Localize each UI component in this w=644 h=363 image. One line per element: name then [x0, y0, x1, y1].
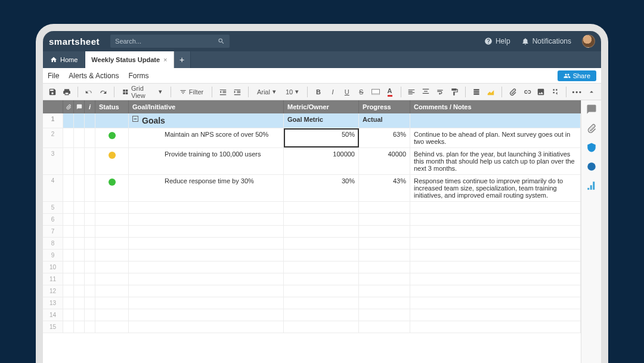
view-mode-dropdown[interactable]: Grid View ▾: [119, 85, 165, 99]
row-number[interactable]: 7: [43, 226, 63, 237]
attachments-rail-icon[interactable]: [586, 123, 597, 134]
collapse-toolbar-button[interactable]: [586, 85, 597, 99]
row-number[interactable]: 2: [43, 128, 63, 147]
progress-cell[interactable]: 63%: [359, 128, 410, 147]
table-row[interactable]: 11: [43, 273, 581, 285]
currency-button[interactable]: [470, 85, 482, 99]
status-cell[interactable]: [95, 175, 129, 201]
activity-icon[interactable]: [586, 180, 597, 191]
share-button[interactable]: Share: [558, 70, 596, 81]
symbols-button[interactable]: [549, 85, 561, 99]
align-left-button[interactable]: [405, 85, 417, 99]
print-button[interactable]: [61, 85, 73, 99]
comments-col-header-text[interactable]: Comments / Notes: [410, 100, 581, 113]
row-number-header[interactable]: [43, 100, 63, 113]
comments-col-header[interactable]: [74, 100, 85, 113]
goal-cell[interactable]: Maintain an NPS score of over 50%: [129, 128, 284, 147]
sheet-grid[interactable]: i Status Goal/Initiative Metric/Owner Pr…: [43, 100, 581, 363]
user-avatar[interactable]: [582, 35, 595, 48]
menu-forms[interactable]: Forms: [128, 72, 148, 80]
table-row[interactable]: 12: [43, 285, 581, 297]
outdent-button[interactable]: [217, 85, 229, 99]
tab-sheet-active[interactable]: Weekly Status Update ×: [85, 51, 174, 68]
attachment-button[interactable]: [507, 85, 519, 99]
row-number[interactable]: 12: [43, 285, 63, 297]
collapse-icon[interactable]: −: [132, 116, 138, 122]
row-number[interactable]: 3: [43, 148, 63, 174]
table-row[interactable]: 14: [43, 309, 581, 321]
new-tab-button[interactable]: +: [174, 51, 191, 68]
group-metric-label[interactable]: Goal Metric: [284, 113, 359, 128]
row-number[interactable]: 9: [43, 250, 63, 261]
filter-button[interactable]: Filter: [176, 85, 207, 99]
more-button[interactable]: •••: [571, 85, 583, 99]
group-header-row[interactable]: 1 − Goals Goal Metric Actual: [43, 113, 581, 128]
status-cell[interactable]: [95, 128, 129, 147]
metric-cell[interactable]: 50%: [284, 128, 359, 147]
info-col-header[interactable]: i: [85, 100, 95, 113]
row-number[interactable]: 4: [43, 175, 63, 201]
table-row[interactable]: 4 Reduce response time by 30% 30% 43% Re…: [43, 175, 581, 202]
row-number[interactable]: 5: [43, 202, 63, 213]
table-row[interactable]: 6: [43, 214, 581, 226]
table-row[interactable]: 2 Maintain an NPS score of over 50% 50% …: [43, 128, 581, 148]
font-size-dropdown[interactable]: 10 ▾: [282, 85, 302, 99]
goal-col-header[interactable]: Goal/Initiative: [129, 100, 284, 113]
row-number[interactable]: 13: [43, 297, 63, 309]
metric-cell[interactable]: 100000: [284, 148, 359, 174]
format-paint-button[interactable]: [448, 85, 460, 99]
comments-cell[interactable]: Continue to be ahead of plan. Next surve…: [410, 128, 581, 147]
font-color-button[interactable]: A: [384, 85, 396, 99]
comments-cell[interactable]: Behind vs. plan for the year, but launch…: [410, 148, 581, 174]
save-button[interactable]: [47, 85, 58, 99]
table-row[interactable]: 15: [43, 321, 581, 333]
attachments-col-header[interactable]: [63, 100, 74, 113]
menu-file[interactable]: File: [48, 72, 59, 80]
italic-button[interactable]: I: [327, 85, 339, 99]
redo-button[interactable]: [97, 85, 109, 99]
table-row[interactable]: 3 Provide training to 100,000 users 1000…: [43, 148, 581, 175]
image-button[interactable]: [535, 85, 547, 99]
metric-cell[interactable]: 30%: [284, 175, 359, 201]
group-title-cell[interactable]: − Goals: [129, 113, 284, 128]
highlight-button[interactable]: [485, 85, 497, 99]
progress-cell[interactable]: 40000: [359, 148, 410, 174]
row-number[interactable]: 6: [43, 214, 63, 225]
notifications-link[interactable]: Notifications: [521, 37, 571, 45]
progress-cell[interactable]: 43%: [359, 175, 410, 201]
status-col-header[interactable]: Status: [95, 100, 129, 113]
conversations-icon[interactable]: [586, 104, 597, 115]
publish-icon[interactable]: [586, 161, 597, 172]
table-row[interactable]: 9: [43, 250, 581, 262]
row-number[interactable]: 1: [43, 113, 63, 128]
row-number[interactable]: 11: [43, 273, 63, 285]
row-number[interactable]: 8: [43, 238, 63, 249]
strikethrough-button[interactable]: S: [355, 85, 367, 99]
close-tab-icon[interactable]: ×: [163, 56, 167, 63]
row-number[interactable]: 14: [43, 309, 63, 321]
group-progress-label[interactable]: Actual: [359, 113, 410, 128]
bold-button[interactable]: B: [312, 85, 324, 99]
table-row[interactable]: 10: [43, 262, 581, 273]
table-row[interactable]: 7: [43, 226, 581, 238]
row-number[interactable]: 10: [43, 262, 63, 273]
comments-cell[interactable]: Response times continue to improve prima…: [410, 175, 581, 201]
search-input[interactable]: Search...: [110, 35, 230, 48]
indent-button[interactable]: [231, 85, 243, 99]
status-cell[interactable]: [95, 148, 129, 174]
goal-cell[interactable]: Reduce response time by 30%: [129, 175, 284, 201]
undo-button[interactable]: [83, 85, 95, 99]
help-link[interactable]: Help: [484, 37, 510, 45]
table-row[interactable]: 13: [43, 297, 581, 309]
link-button[interactable]: [521, 85, 533, 99]
table-row[interactable]: 8: [43, 238, 581, 250]
wrap-button[interactable]: [434, 85, 446, 99]
row-number[interactable]: 15: [43, 321, 63, 333]
underline-button[interactable]: U: [341, 85, 353, 99]
tab-home[interactable]: Home: [43, 51, 85, 68]
proofs-icon[interactable]: [586, 142, 597, 153]
table-row[interactable]: 5: [43, 202, 581, 214]
font-family-dropdown[interactable]: Arial ▾: [253, 85, 280, 99]
menu-alerts[interactable]: Alerts & Actions: [69, 72, 119, 80]
align-vertical-button[interactable]: [420, 85, 432, 99]
